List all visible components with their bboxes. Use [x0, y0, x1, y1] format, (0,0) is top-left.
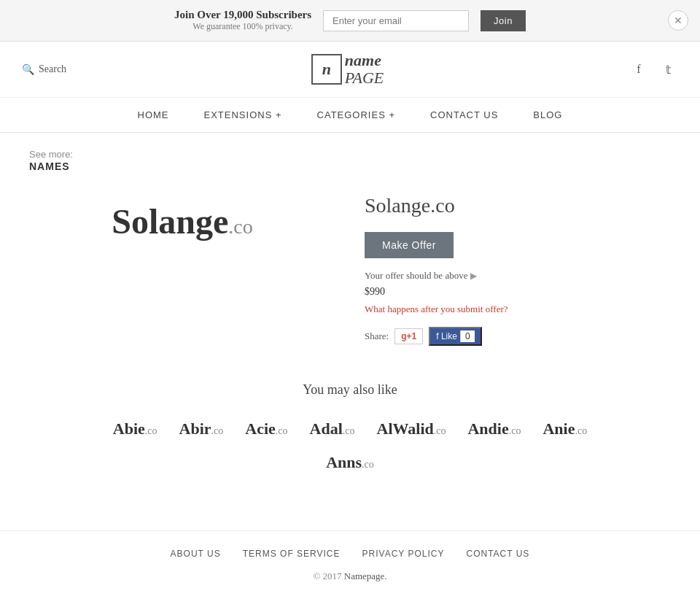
- banner-title: Join Over 19,000 Subscribers: [174, 9, 311, 21]
- similar-domain-ext: .co: [276, 425, 288, 436]
- make-offer-button[interactable]: Make Offer: [365, 232, 454, 258]
- similar-domain-ext: .co: [434, 425, 446, 436]
- fb-count: 0: [460, 330, 475, 342]
- domain-logo-display: Solange.co: [112, 201, 252, 241]
- similar-domain-name: Acie: [245, 419, 276, 438]
- nav-item-blog[interactable]: BLOG: [516, 98, 580, 132]
- nav-item-extensions[interactable]: EXTENSIONS +: [187, 98, 300, 132]
- similar-domain-name: Anie: [542, 419, 575, 438]
- breadcrumb: See more: NAMES: [29, 147, 671, 172]
- similar-domain-item[interactable]: Anie.co: [542, 419, 587, 438]
- twitter-icon[interactable]: 𝕥: [658, 59, 678, 80]
- similar-domain-item[interactable]: Abir.co: [179, 419, 224, 438]
- close-banner-button[interactable]: ✕: [668, 10, 688, 31]
- site-footer: ABOUT US TERMS OF SERVICE PRIVACY POLICY…: [0, 530, 700, 600]
- similar-domain-name: Abie: [113, 419, 145, 438]
- copyright-year: © 2017: [313, 570, 341, 581]
- domain-image-area: Solange.co: [29, 187, 335, 346]
- similar-domain-name: Anns: [326, 453, 362, 471]
- banner-subtitle: We guarantee 100% privacy.: [174, 21, 311, 32]
- nav-item-contact[interactable]: CONTACT US: [413, 98, 516, 132]
- nav-item-home[interactable]: HOME: [120, 98, 187, 132]
- domain-title: Solange.co: [365, 194, 671, 217]
- similar-domain-name: Andie: [467, 419, 508, 438]
- search-label: Search: [39, 63, 66, 75]
- names-link[interactable]: NAMES: [29, 160, 671, 172]
- offer-info: Your offer should be above ▶: [365, 270, 671, 282]
- footer-link-terms[interactable]: TERMS OF SERVICE: [243, 549, 341, 559]
- gplus-label: g+1: [401, 331, 416, 341]
- see-more-label: See more:: [29, 149, 73, 160]
- logo-text: name PAGE: [345, 52, 384, 87]
- footer-links: ABOUT US TERMS OF SERVICE PRIVACY POLICY…: [15, 549, 685, 559]
- similar-domain-item[interactable]: Adal.co: [310, 419, 355, 438]
- site-logo[interactable]: n name PAGE: [311, 52, 384, 87]
- similar-domain-ext: .co: [362, 459, 374, 470]
- similar-domain-item[interactable]: Acie.co: [245, 419, 287, 438]
- top-banner: Join Over 19,000 Subscribers We guarante…: [0, 0, 700, 42]
- logo-icon: n: [311, 54, 342, 85]
- what-happens-link[interactable]: What happens after you submit offer?: [365, 303, 671, 315]
- similar-grid: Abie.coAbir.coAcie.coAdal.coAlWalid.coAn…: [29, 419, 671, 438]
- footer-link-privacy[interactable]: PRIVACY POLICY: [362, 549, 445, 559]
- similar-domain-ext: .co: [145, 425, 158, 436]
- similar-domain-name: Adal: [310, 419, 343, 438]
- email-input[interactable]: [323, 10, 469, 31]
- similar-domain-ext: .co: [509, 425, 521, 436]
- share-label: Share:: [365, 330, 389, 342]
- search-icon: 🔍: [22, 63, 34, 76]
- footer-brand[interactable]: Namepage.: [344, 570, 387, 581]
- similar-domain-item[interactable]: Andie.co: [467, 419, 521, 438]
- search-area[interactable]: 🔍 Search: [22, 63, 66, 76]
- similar-section: You may also like Abie.coAbir.coAcie.coA…: [29, 382, 671, 472]
- facebook-icon[interactable]: f: [629, 59, 649, 80]
- google-plus-button[interactable]: g+1: [394, 328, 423, 344]
- domain-section: Solange.co Solange.co Make Offer Your of…: [29, 187, 671, 346]
- similar-title: You may also like: [29, 382, 671, 398]
- join-button[interactable]: Join: [481, 10, 526, 31]
- content-area: See more: NAMES Solange.co Solange.co Ma…: [0, 133, 700, 487]
- main-nav: HOME EXTENSIONS + CATEGORIES + CONTACT U…: [0, 98, 700, 133]
- domain-info-area: Solange.co Make Offer Your offer should …: [365, 187, 671, 346]
- banner-text: Join Over 19,000 Subscribers We guarante…: [174, 9, 311, 32]
- similar-domain-ext: .co: [343, 425, 355, 436]
- footer-link-contact[interactable]: CONTACT US: [466, 549, 529, 559]
- offer-above-label: Your offer should be above: [365, 270, 467, 282]
- footer-copyright: © 2017 Namepage.: [15, 570, 685, 582]
- footer-link-about[interactable]: ABOUT US: [171, 549, 221, 559]
- similar-domain-item[interactable]: AlWalid.co: [377, 419, 446, 438]
- similar-domain-item[interactable]: Anns.co: [326, 453, 374, 472]
- similar-domain-ext: .co: [211, 425, 224, 436]
- facebook-like-button[interactable]: f Like 0: [429, 327, 481, 346]
- similar-domain-name: Abir: [179, 419, 211, 438]
- similar-domain-ext: .co: [575, 425, 587, 436]
- social-icons: f 𝕥: [629, 59, 678, 80]
- similar-domain-name: AlWalid: [377, 419, 434, 438]
- similar-domain-item[interactable]: Abie.co: [113, 419, 158, 438]
- site-header: 🔍 Search n name PAGE f 𝕥: [0, 42, 700, 98]
- domain-ext-part: .co: [228, 215, 252, 238]
- offer-arrow-icon: ▶: [470, 271, 477, 282]
- share-area: Share: g+1 f Like 0: [365, 327, 671, 346]
- fb-like-label: f Like: [436, 331, 457, 341]
- offer-price: $990: [365, 286, 671, 298]
- nav-item-categories[interactable]: CATEGORIES +: [300, 98, 413, 132]
- domain-name-part: Solange: [112, 202, 228, 241]
